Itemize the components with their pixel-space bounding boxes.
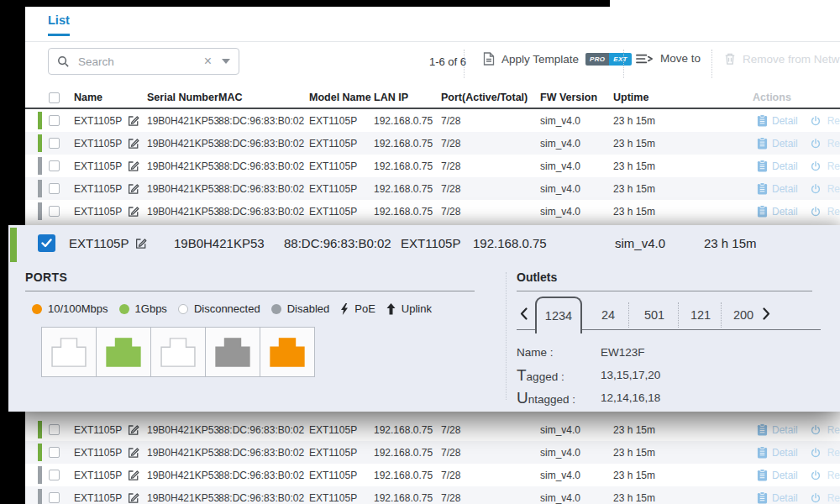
detail-button[interactable]: Detail xyxy=(772,492,798,504)
search-icon xyxy=(57,55,70,68)
power-icon[interactable] xyxy=(810,424,822,436)
port-fast[interactable] xyxy=(260,327,315,377)
outlet-tab-200[interactable]: 200 xyxy=(725,303,762,327)
detail-icon[interactable] xyxy=(757,423,768,436)
detail-button[interactable]: Detail xyxy=(772,447,798,459)
port-gigabit[interactable] xyxy=(96,327,151,377)
row-checkbox[interactable] xyxy=(49,183,60,194)
tab-list[interactable]: List xyxy=(48,13,70,36)
row-checkbox[interactable] xyxy=(49,138,60,149)
detail-icon[interactable] xyxy=(757,114,768,127)
lan-ip: 192.168.0.75 xyxy=(374,470,441,481)
detail-button[interactable]: Detail xyxy=(772,138,798,150)
lan-ip: 192.168.0.75 xyxy=(374,206,441,218)
edit-icon[interactable] xyxy=(127,491,139,504)
search-box[interactable]: × xyxy=(48,48,239,75)
device-name-text: EXT1105P xyxy=(74,492,122,504)
power-icon[interactable] xyxy=(810,470,822,481)
power-icon[interactable] xyxy=(810,138,822,150)
reboot-button[interactable]: Reb xyxy=(827,424,840,436)
reboot-button[interactable]: Reb xyxy=(827,492,840,504)
chevron-down-icon[interactable] xyxy=(222,59,230,64)
port-disabled[interactable] xyxy=(205,327,260,377)
outlet-field-name: Name :EW123F xyxy=(517,341,829,364)
reboot-button[interactable]: Reb xyxy=(827,138,840,150)
col-fw[interactable]: FW Version xyxy=(540,92,613,103)
col-name[interactable]: Name xyxy=(74,92,147,103)
expanded-device-header: EXT1105P19B0H421KP5388:DC:96:83:B0:02EXT… xyxy=(8,225,840,265)
detail-icon[interactable] xyxy=(757,205,768,218)
edit-icon[interactable] xyxy=(134,237,147,249)
detail-icon[interactable] xyxy=(757,160,768,172)
model-name: EXT1105P xyxy=(309,492,374,504)
tabs-next-icon[interactable] xyxy=(763,307,770,320)
detail-button[interactable]: Detail xyxy=(772,206,798,218)
detail-icon[interactable] xyxy=(757,446,768,459)
detail-button[interactable]: Detail xyxy=(772,470,798,481)
port-disconnected[interactable] xyxy=(150,327,206,377)
apply-template-button[interactable]: Apply Template PRO EXT xyxy=(483,52,632,66)
col-model[interactable]: Model Name xyxy=(309,92,374,103)
col-lan-ip[interactable]: LAN IP xyxy=(374,92,441,103)
outlet-tab-501[interactable]: 501 xyxy=(633,303,676,327)
power-icon[interactable] xyxy=(810,447,822,459)
remove-from-network-button[interactable]: Remove from Netw xyxy=(724,52,840,66)
edit-icon[interactable] xyxy=(127,469,139,481)
detail-icon[interactable] xyxy=(757,491,768,504)
edit-icon[interactable] xyxy=(127,423,139,436)
col-port[interactable]: Port(Active/Total) xyxy=(441,92,540,103)
expanded-name: EXT1105P xyxy=(69,236,147,250)
col-mac[interactable]: MAC xyxy=(218,92,309,103)
reboot-button[interactable]: Reb xyxy=(827,206,840,218)
reboot-button[interactable]: Reb xyxy=(827,115,840,127)
row-checkbox[interactable] xyxy=(49,206,60,217)
outlet-tab-121[interactable]: 121 xyxy=(681,303,720,327)
edit-icon[interactable] xyxy=(127,114,139,127)
detail-button[interactable]: Detail xyxy=(772,115,798,127)
port-disconnected[interactable] xyxy=(41,327,97,377)
reboot-button[interactable]: Reb xyxy=(827,160,840,172)
detail-button[interactable]: Detail xyxy=(772,424,798,436)
power-icon[interactable] xyxy=(810,492,822,504)
col-serial[interactable]: Serial Number xyxy=(147,92,218,103)
row-checkbox[interactable] xyxy=(49,115,60,126)
move-to-button[interactable]: Move to xyxy=(636,52,701,65)
power-icon[interactable] xyxy=(810,115,822,127)
row-checkbox[interactable] xyxy=(49,160,60,171)
row-checkbox[interactable] xyxy=(49,492,60,503)
model-name: EXT1105P xyxy=(309,424,374,436)
detail-icon[interactable] xyxy=(757,137,768,150)
device-name: EXT1105P xyxy=(74,423,147,436)
clear-search-icon[interactable]: × xyxy=(204,55,212,68)
power-icon[interactable] xyxy=(810,183,822,195)
reboot-button[interactable]: Reb xyxy=(827,447,840,459)
row-actions: DetailReb xyxy=(753,423,840,436)
power-icon[interactable] xyxy=(810,160,822,172)
edit-icon[interactable] xyxy=(127,137,139,150)
row-checkbox[interactable] xyxy=(49,470,60,480)
col-uptime[interactable]: Uptime xyxy=(613,92,753,103)
fw-version: sim_v4.0 xyxy=(540,492,613,504)
row-checkbox[interactable] xyxy=(49,447,60,458)
tabs-prev-icon[interactable] xyxy=(520,307,528,320)
outlet-tab-24[interactable]: 24 xyxy=(589,303,627,327)
outlet-tab-1234[interactable]: 1234 xyxy=(535,297,582,333)
edit-icon[interactable] xyxy=(127,205,139,218)
lan-ip: 192.168.0.75 xyxy=(374,160,441,172)
detail-icon[interactable] xyxy=(757,182,768,195)
row-checkbox[interactable] xyxy=(49,424,60,435)
power-icon[interactable] xyxy=(810,206,822,218)
edit-icon[interactable] xyxy=(127,182,139,195)
reboot-button[interactable]: Reb xyxy=(827,183,840,195)
selected-checkbox[interactable] xyxy=(38,234,55,252)
detail-icon[interactable] xyxy=(757,469,768,481)
outlet-fields: Name :EW123FTagged :13,15,17,20Untagged … xyxy=(517,341,829,409)
detail-button[interactable]: Detail xyxy=(772,183,798,195)
serial-number: 19B0H421KP53 xyxy=(147,424,218,436)
edit-icon[interactable] xyxy=(127,446,139,459)
search-input[interactable] xyxy=(76,55,197,69)
reboot-button[interactable]: Reb xyxy=(827,470,840,481)
edit-icon[interactable] xyxy=(127,160,139,172)
select-all-checkbox[interactable] xyxy=(49,92,60,103)
detail-button[interactable]: Detail xyxy=(772,160,798,172)
